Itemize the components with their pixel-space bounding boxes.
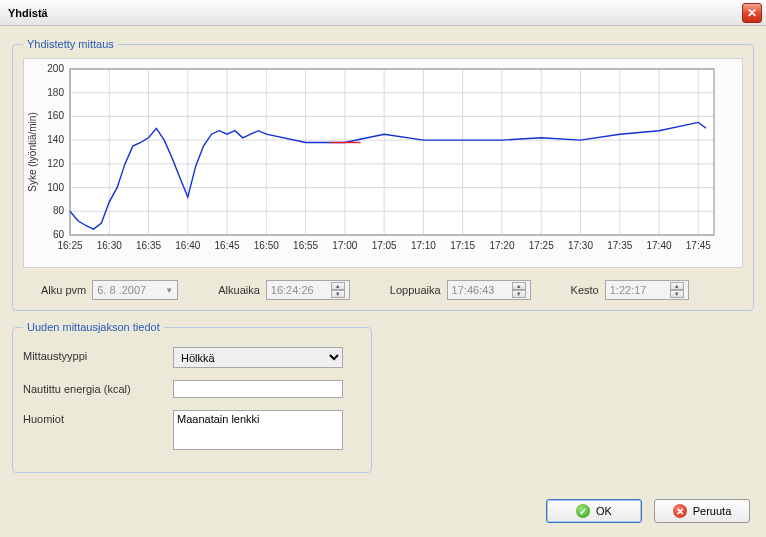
svg-text:17:15: 17:15	[450, 240, 475, 251]
spinner-icon: ▲▼	[670, 282, 684, 298]
window-title: Yhdistä	[8, 7, 48, 19]
svg-text:17:25: 17:25	[529, 240, 554, 251]
svg-text:140: 140	[47, 134, 64, 145]
measurement-type-label: Mittaustyyppi	[23, 347, 173, 362]
merged-measurement-panel: Yhdistetty mittaus 608010012014016018020…	[12, 38, 754, 311]
svg-text:Syke (lyöntiä/min): Syke (lyöntiä/min)	[27, 112, 38, 191]
svg-text:16:45: 16:45	[215, 240, 240, 251]
time-fields-row: Alku pvm 6. 8 .2007 ▼ Alkuaika 16:24:26 …	[23, 280, 743, 300]
duration-field[interactable]: 1:22:17 ▲▼	[605, 280, 689, 300]
svg-text:60: 60	[53, 229, 65, 240]
chevron-down-icon: ▼	[165, 286, 173, 295]
notes-textarea[interactable]: Maanatain lenkki	[173, 410, 343, 450]
svg-text:17:35: 17:35	[607, 240, 632, 251]
duration-label: Kesto	[571, 284, 599, 296]
svg-text:16:25: 16:25	[57, 240, 82, 251]
svg-text:17:20: 17:20	[489, 240, 514, 251]
svg-text:16:55: 16:55	[293, 240, 318, 251]
svg-text:17:05: 17:05	[372, 240, 397, 251]
end-time-label: Loppuaika	[390, 284, 441, 296]
close-button[interactable]: ✕	[742, 3, 762, 23]
new-session-legend: Uuden mittausjakson tiedot	[23, 321, 164, 333]
svg-text:17:30: 17:30	[568, 240, 593, 251]
svg-text:17:40: 17:40	[647, 240, 672, 251]
svg-text:160: 160	[47, 110, 64, 121]
svg-text:80: 80	[53, 205, 65, 216]
measurement-type-select[interactable]: Hölkkä	[173, 347, 343, 368]
svg-text:17:00: 17:00	[332, 240, 357, 251]
spinner-icon: ▲▼	[331, 282, 345, 298]
svg-text:16:40: 16:40	[175, 240, 200, 251]
cross-icon: ✕	[673, 504, 687, 518]
start-date-label: Alku pvm	[41, 284, 86, 296]
svg-text:17:45: 17:45	[686, 240, 711, 251]
details-section: Uuden mittausjakson tiedot Mittaustyyppi…	[12, 321, 754, 473]
new-session-panel: Uuden mittausjakson tiedot Mittaustyyppi…	[12, 321, 372, 473]
ok-button[interactable]: ✓ OK	[546, 499, 642, 523]
close-icon: ✕	[747, 6, 757, 20]
svg-text:17:10: 17:10	[411, 240, 436, 251]
check-icon: ✓	[576, 504, 590, 518]
svg-text:120: 120	[47, 158, 64, 169]
svg-text:100: 100	[47, 182, 64, 193]
dialog-content: Yhdistetty mittaus 608010012014016018020…	[0, 26, 766, 491]
energy-input[interactable]	[173, 380, 343, 398]
start-date-field[interactable]: 6. 8 .2007 ▼	[92, 280, 178, 300]
start-time-label: Alkuaika	[218, 284, 260, 296]
svg-text:16:30: 16:30	[97, 240, 122, 251]
svg-rect-0	[70, 69, 714, 235]
merged-measurement-legend: Yhdistetty mittaus	[23, 38, 118, 50]
svg-text:16:50: 16:50	[254, 240, 279, 251]
svg-text:200: 200	[47, 63, 64, 74]
svg-text:16:35: 16:35	[136, 240, 161, 251]
spinner-icon: ▲▼	[512, 282, 526, 298]
notes-label: Huomiot	[23, 410, 173, 425]
title-bar: Yhdistä ✕	[0, 0, 766, 26]
end-time-field[interactable]: 17:46:43 ▲▼	[447, 280, 531, 300]
cancel-button[interactable]: ✕ Peruuta	[654, 499, 750, 523]
heart-rate-chart: 608010012014016018020016:2516:3016:3516:…	[23, 58, 743, 268]
start-time-field[interactable]: 16:24:26 ▲▼	[266, 280, 350, 300]
svg-text:180: 180	[47, 87, 64, 98]
energy-label: Nautittu energia (kcal)	[23, 380, 173, 395]
dialog-button-row: ✓ OK ✕ Peruuta	[546, 499, 750, 523]
